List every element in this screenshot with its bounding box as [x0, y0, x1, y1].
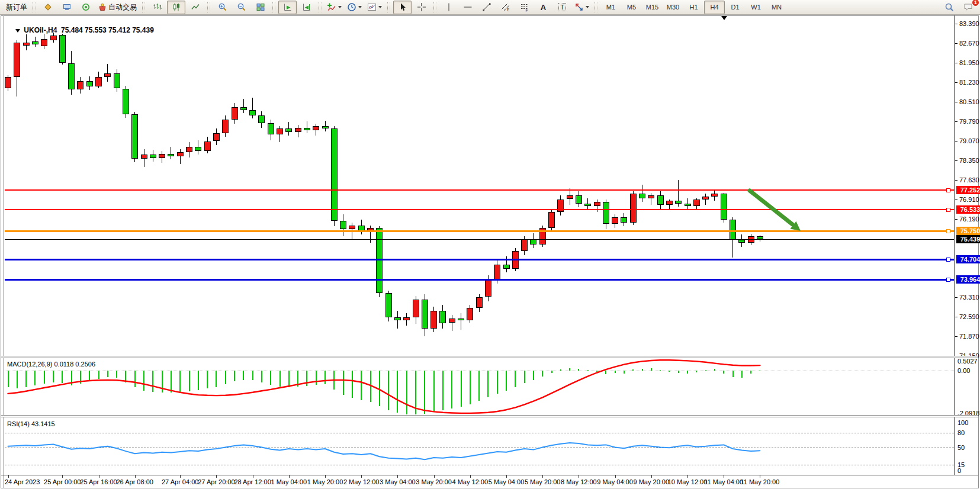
zoom-out-button[interactable]	[232, 1, 250, 14]
macd-histogram-bar	[705, 370, 706, 371]
horizontal-line-object[interactable]	[5, 259, 954, 260]
navigator-button[interactable]	[76, 1, 95, 14]
notifications-button[interactable]: 1	[959, 1, 978, 14]
time-label: 3 May 04:00	[380, 478, 416, 485]
time-tick	[216, 475, 217, 478]
periods-button[interactable]	[345, 1, 364, 14]
pane-separator[interactable]	[1, 415, 978, 417]
candle-up	[666, 201, 673, 204]
horizontal-line-object[interactable]	[5, 239, 954, 240]
timeframe-button-h4[interactable]: H4	[704, 1, 725, 14]
candle-down	[240, 107, 247, 111]
templates-button[interactable]	[365, 1, 384, 14]
price-tag: 74.704	[956, 255, 980, 263]
horizontal-line-object[interactable]	[5, 279, 954, 281]
equidistant-channel-button[interactable]: E	[496, 1, 515, 14]
candle-up	[476, 297, 483, 308]
candle-up	[413, 300, 419, 317]
horizontal-line-object[interactable]	[5, 230, 954, 232]
line-handle[interactable]	[946, 229, 950, 233]
macd-histogram-bar	[80, 371, 81, 384]
macd-histogram-bar	[551, 371, 552, 373]
time-tick	[289, 475, 290, 478]
time-label: 25 Apr 00:00	[44, 478, 81, 485]
macd-histogram-bar	[216, 371, 217, 387]
horizontal-line-object[interactable]	[5, 209, 954, 210]
text-label-button[interactable]: T	[553, 1, 571, 14]
collapse-arrow-icon[interactable]	[15, 29, 20, 33]
time-tick	[135, 475, 136, 478]
price-tick-label: 79.790	[959, 118, 979, 125]
candle-down	[639, 194, 645, 198]
candle-up	[711, 194, 718, 197]
data-window-button[interactable]	[57, 1, 76, 14]
candle-up	[467, 308, 473, 320]
candle-up	[693, 200, 700, 207]
new-order-button[interactable]: 新订单	[2, 1, 30, 14]
trendline-icon	[482, 2, 491, 12]
macd-histogram-bar	[560, 369, 561, 371]
pane-separator[interactable]	[1, 356, 978, 358]
macd-histogram-bar	[243, 371, 244, 380]
fibonacci-button[interactable]: F	[515, 1, 534, 14]
line-handle[interactable]	[946, 188, 950, 192]
line-handle[interactable]	[946, 278, 950, 282]
line-chart-button[interactable]	[186, 1, 204, 14]
text-button[interactable]: A	[534, 1, 552, 14]
line-chart-icon	[191, 2, 200, 12]
cursor-button[interactable]	[393, 1, 412, 14]
tile-windows-icon	[256, 2, 265, 12]
price-tick	[955, 219, 957, 220]
candle-down	[195, 147, 201, 151]
macd-histogram-bar	[143, 371, 144, 391]
timeframe-button-d1[interactable]: D1	[725, 1, 746, 14]
crosshair-button[interactable]	[412, 1, 430, 14]
price-tick-label: 82.670	[959, 40, 979, 47]
chart-shift-button[interactable]	[297, 1, 316, 14]
tile-windows-button[interactable]	[251, 1, 269, 14]
candle-down	[385, 293, 392, 317]
timeframe-button-m30[interactable]: M30	[663, 1, 683, 14]
search-button[interactable]	[940, 1, 959, 14]
timeframe-button-h1[interactable]: H1	[683, 1, 704, 14]
auto-trading-button[interactable]: 自动交易	[95, 1, 139, 14]
toolbar-separator	[272, 2, 275, 12]
timeframe-button-mn[interactable]: MN	[766, 1, 787, 14]
toolbar-separator	[207, 2, 210, 12]
timeframe-button-m5[interactable]: M5	[621, 1, 642, 14]
horizontal-line-button[interactable]	[458, 1, 477, 14]
timeframe-button-m15[interactable]: M15	[642, 1, 663, 14]
candle-down	[268, 123, 274, 134]
vertical-line-button[interactable]	[439, 1, 458, 14]
zoom-in-button[interactable]	[213, 1, 232, 14]
trendline-button[interactable]	[477, 1, 496, 14]
candle-down	[422, 300, 428, 329]
svg-text:F: F	[525, 8, 528, 12]
bar-chart-button[interactable]	[148, 1, 166, 14]
macd-histogram-bar	[107, 371, 108, 377]
arrow-objects-button[interactable]	[572, 1, 592, 14]
candle-down	[114, 73, 120, 88]
line-handle[interactable]	[946, 258, 950, 262]
indicators-plus-icon	[327, 2, 336, 12]
time-axis-line[interactable]	[1, 475, 978, 475]
svg-text:E: E	[507, 8, 510, 12]
rsi-pane[interactable]	[5, 417, 954, 475]
indicators-button[interactable]	[324, 1, 344, 14]
horizontal-line-object[interactable]	[5, 189, 954, 191]
candlestick-chart-button[interactable]	[167, 1, 185, 14]
candle-down	[721, 194, 727, 220]
candle-wick	[107, 64, 108, 82]
time-label: 1 May 04:00	[271, 478, 307, 485]
timeframe-button-m1[interactable]: M1	[600, 1, 621, 14]
market-watch-button[interactable]	[38, 1, 57, 14]
chart-symbol-period: UKOil-,H4	[24, 26, 57, 34]
cursor-arrow-icon	[398, 2, 407, 12]
macd-histogram-bar	[678, 371, 679, 373]
candle-up	[313, 126, 319, 130]
timeframe-button-w1[interactable]: W1	[746, 1, 766, 14]
price-axis-line[interactable]	[955, 15, 955, 475]
chart-shift-marker[interactable]	[721, 16, 727, 20]
line-handle[interactable]	[946, 208, 950, 212]
auto-scroll-button[interactable]	[278, 1, 297, 14]
